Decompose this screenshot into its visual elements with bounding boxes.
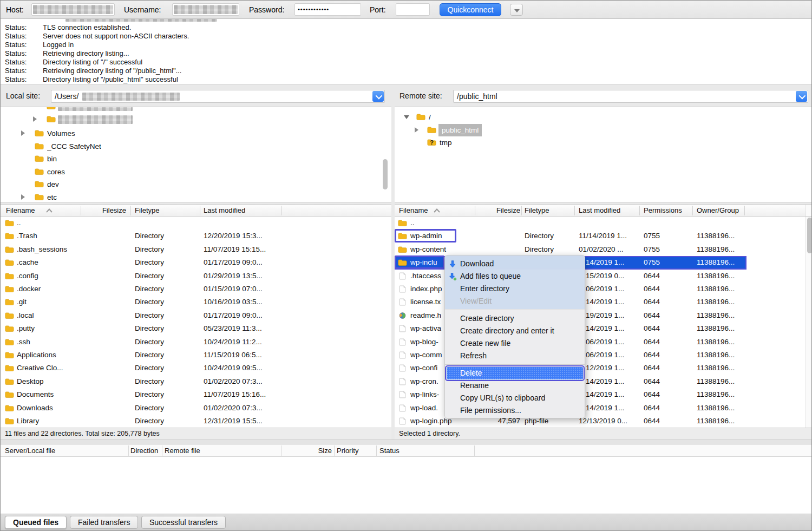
- local-file-row[interactable]: .TrashDirectory12/20/2019 15:3...: [1, 230, 391, 242]
- remote-file-row[interactable]: ..: [395, 217, 812, 230]
- cell: Applications: [17, 349, 56, 362]
- local-header-filetype[interactable]: Filetype: [135, 206, 160, 214]
- menu-item-create-directory-and-enter-it[interactable]: Create directory and enter it: [445, 325, 585, 337]
- local-file-row[interactable]: .puttyDirectory05/23/2019 11:3...: [1, 322, 391, 335]
- cell: 11388196...: [697, 336, 735, 349]
- redacted-local-path: [82, 93, 180, 101]
- tree-item-redacted[interactable]: [1, 107, 379, 113]
- disclosure-down-icon[interactable]: [404, 115, 409, 119]
- file-icon: [398, 351, 407, 359]
- tree-item-label: dev: [47, 178, 59, 191]
- local-tree-scrollbar-thumb[interactable]: [383, 159, 388, 189]
- queue-header-serverlocal[interactable]: Server/Local file: [5, 447, 55, 455]
- remote-site-combobox[interactable]: /public_html: [453, 90, 808, 103]
- tree-item-cores[interactable]: cores: [1, 166, 379, 178]
- menu-item-create-new-file[interactable]: Create new file: [445, 337, 585, 350]
- tree-item-volumes[interactable]: Volumes: [1, 127, 379, 140]
- local-file-row[interactable]: .gitDirectory10/16/2019 03:5...: [1, 296, 391, 309]
- menu-item-copy-url-s-to-clipboard[interactable]: Copy URL(s) to clipboard: [445, 392, 585, 404]
- file-icon: [398, 417, 407, 425]
- local-header-lastmodified[interactable]: Last modified: [204, 206, 245, 214]
- local-file-row[interactable]: DesktopDirectory01/02/2020 07:3...: [1, 375, 391, 388]
- local-file-row[interactable]: .dockerDirectory01/15/2019 07:0...: [1, 283, 391, 296]
- remote-header-permissions[interactable]: Permissions: [644, 206, 682, 214]
- local-file-row[interactable]: ApplicationsDirectory11/15/2019 06:5...: [1, 349, 391, 362]
- host-input[interactable]: [31, 3, 115, 16]
- remote-header-filename[interactable]: Filename: [399, 206, 428, 214]
- cell: 14/2019 1...: [586, 388, 624, 401]
- local-file-row[interactable]: LibraryDirectory12/31/2019 15:5...: [1, 415, 391, 428]
- menu-item-enter-directory[interactable]: Enter directory: [445, 283, 585, 295]
- cell: 0644: [644, 388, 660, 401]
- queue-splitter[interactable]: [1, 440, 812, 444]
- cell: 01/17/2019 09:0...: [204, 256, 263, 269]
- tree-item-redacted[interactable]: [1, 113, 379, 126]
- local-file-row[interactable]: ..: [1, 217, 391, 230]
- queue-header-direction[interactable]: Direction: [130, 447, 158, 455]
- tab-successful-transfers[interactable]: Successful transfers: [141, 516, 226, 529]
- remote-header-filetype[interactable]: Filetype: [525, 206, 549, 214]
- tree-item-etc[interactable]: etc: [1, 191, 379, 204]
- dropdown-arrow-icon[interactable]: [372, 91, 384, 102]
- tree-item-dev[interactable]: dev: [1, 178, 379, 191]
- cell: 0644: [644, 283, 660, 296]
- local-file-row[interactable]: .bash_sessionsDirectory11/07/2019 15:15.…: [1, 243, 391, 256]
- remote-header-filesize[interactable]: Filesize: [477, 206, 520, 214]
- cell: 11/15/2019 06:5...: [204, 349, 262, 362]
- username-input[interactable]: [172, 3, 239, 16]
- remote-header-ownergroup[interactable]: Owner/Group: [697, 206, 739, 214]
- disclosure-right-icon[interactable]: [21, 194, 25, 200]
- disclosure-right-icon[interactable]: [415, 127, 418, 133]
- menu-item-file-permissions-[interactable]: File permissions...: [445, 404, 585, 417]
- cell: 11388196...: [697, 349, 735, 362]
- cell: Creative Clo...: [17, 362, 63, 375]
- menu-item-download[interactable]: Download: [445, 258, 585, 270]
- tab-queued-files[interactable]: Queued files: [5, 516, 67, 529]
- local-header-filename[interactable]: Filename: [6, 206, 35, 214]
- queue-header-remotefile[interactable]: Remote file: [165, 447, 200, 455]
- disclosure-right-icon[interactable]: [21, 130, 25, 136]
- menu-item-add-files-to-queue[interactable]: Add files to queue: [445, 270, 585, 283]
- queue-header-size[interactable]: Size: [293, 447, 332, 455]
- queue-header-status[interactable]: Status: [379, 447, 400, 455]
- local-file-row[interactable]: .localDirectory01/17/2019 09:0...: [1, 309, 391, 322]
- quickconnect-button[interactable]: Quickconnect: [440, 3, 501, 16]
- cell: 14/2019 1...: [586, 375, 624, 388]
- tree-item-public-html[interactable]: public_html: [395, 124, 801, 136]
- disclosure-right-icon[interactable]: [33, 116, 37, 122]
- remote-file-row[interactable]: wp-adminDirectory11/14/2019 1...07551138…: [395, 230, 812, 242]
- password-input[interactable]: ••••••••••••: [294, 3, 361, 16]
- tree-item-tmp[interactable]: ?tmp: [395, 136, 801, 149]
- dropdown-arrow-icon[interactable]: [796, 91, 807, 102]
- local-site-combobox[interactable]: /Users/: [51, 90, 385, 103]
- tab-failed-transfers[interactable]: Failed transfers: [70, 516, 138, 529]
- remote-file-row[interactable]: wp-contentDirectory01/02/2020 ...0755113…: [395, 243, 812, 256]
- menu-item-label: Download: [460, 259, 494, 268]
- local-file-row[interactable]: DownloadsDirectory01/02/2020 07:3...: [1, 402, 391, 415]
- queue-header-priority[interactable]: Priority: [337, 447, 358, 455]
- remote-header-lastmodified[interactable]: Last modified: [579, 206, 620, 214]
- local-file-row[interactable]: DocumentsDirectory11/07/2019 15:16...: [1, 388, 391, 401]
- cell: 0644: [644, 362, 660, 375]
- local-file-row[interactable]: .configDirectory01/29/2019 13:5...: [1, 270, 391, 283]
- menu-item-rename[interactable]: Rename: [445, 379, 585, 392]
- filezilla-window: Host: Username: Password: •••••••••••• P…: [0, 0, 812, 531]
- file-icon: [398, 378, 407, 385]
- cell: Documents: [17, 388, 54, 401]
- port-input[interactable]: [396, 3, 430, 16]
- cell: 06/2019 1...: [586, 283, 624, 296]
- menu-item-delete[interactable]: Delete: [447, 367, 583, 379]
- menu-item-refresh[interactable]: Refresh: [445, 350, 585, 362]
- local-file-row[interactable]: .sshDirectory10/24/2019 11:2...: [1, 336, 391, 349]
- tree-item--[interactable]: /: [395, 111, 801, 123]
- menu-item-create-directory[interactable]: Create directory: [445, 312, 585, 325]
- local-file-row[interactable]: Creative Clo...Directory10/24/2019 09:5.…: [1, 362, 391, 375]
- cell: 11388196...: [697, 362, 735, 375]
- tree-item-bin[interactable]: bin: [1, 153, 379, 165]
- cell: wp-load.: [410, 402, 438, 415]
- tree-item--ccc-safetynet[interactable]: _CCC SafetyNet: [1, 140, 379, 153]
- cell: .git: [17, 296, 27, 309]
- local-header-filesize[interactable]: Filesize: [83, 206, 126, 214]
- local-file-row[interactable]: .cacheDirectory01/17/2019 09:0...: [1, 256, 391, 269]
- quickconnect-dropdown-button[interactable]: [510, 4, 523, 16]
